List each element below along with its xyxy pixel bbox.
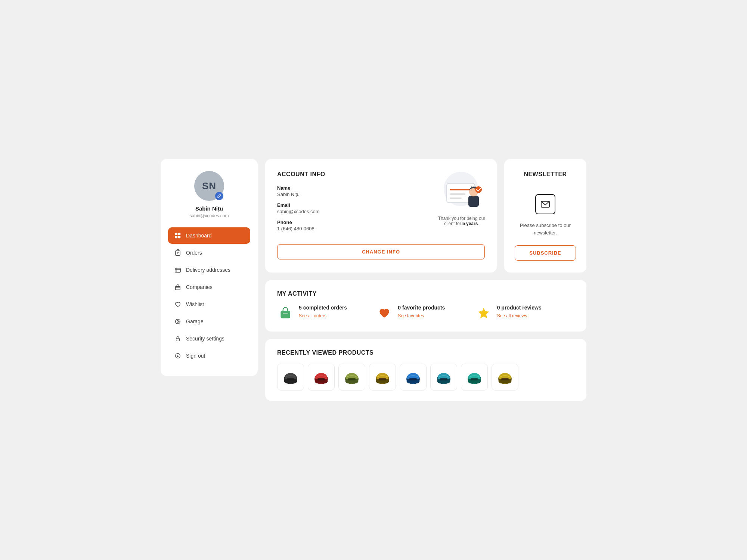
sidebar-label-orders: Orders <box>186 250 202 256</box>
svg-rect-10 <box>176 286 180 290</box>
lock-icon <box>174 335 182 342</box>
activity-item-favorites: 0 favorite products See favorites <box>376 305 475 321</box>
sidebar-label-companies: Companies <box>186 284 213 290</box>
star-icon <box>475 305 492 321</box>
user-email: sabin@xcodes.com <box>190 213 229 218</box>
nav-list: Dashboard Orders Delivery addr <box>168 227 250 364</box>
activity-item-reviews: 0 product reviews See all reviews <box>475 305 574 321</box>
product-thumb-2[interactable] <box>308 364 335 391</box>
svg-rect-1 <box>178 233 180 235</box>
dashboard-icon <box>174 232 182 239</box>
sidebar: SN Sabin Nițu sabin@xcodes.com Dashboard <box>161 159 258 376</box>
garage-icon <box>174 318 182 325</box>
orders-icon <box>174 249 182 256</box>
sidebar-label-garage: Garage <box>186 318 204 324</box>
svg-rect-0 <box>175 233 177 235</box>
top-row: ACCOUNT INFO <box>265 159 586 273</box>
svg-rect-29 <box>283 313 288 314</box>
sidebar-item-garage[interactable]: Garage <box>168 313 250 330</box>
favorites-count: 0 favorite products <box>398 305 445 311</box>
newsletter-title: NEWSLETTER <box>524 171 567 178</box>
account-illustration: Thank you for being our client for 5 yea… <box>436 167 488 211</box>
svg-rect-42 <box>379 378 386 380</box>
avatar-wrap: SN <box>194 171 224 201</box>
svg-point-26 <box>475 186 482 193</box>
sidebar-label-sign-out: Sign out <box>186 353 205 359</box>
sidebar-item-sign-out[interactable]: Sign out <box>168 348 250 364</box>
orders-count: 5 completed orders <box>299 305 347 311</box>
newsletter-card: NEWSLETTER Please subscribe to our newsl… <box>504 159 586 273</box>
main-content: ACCOUNT INFO <box>265 159 586 401</box>
sidebar-item-dashboard[interactable]: Dashboard <box>168 227 250 244</box>
see-all-reviews-link[interactable]: See all reviews <box>497 313 527 318</box>
svg-rect-48 <box>440 378 447 380</box>
activity-grid: 5 completed orders See all orders 0 favo… <box>277 305 574 321</box>
see-favorites-link[interactable]: See favorites <box>398 313 424 318</box>
product-thumb-1[interactable] <box>277 364 304 391</box>
change-info-button[interactable]: CHANGE INFO <box>277 244 485 259</box>
sidebar-label-dashboard: Dashboard <box>186 233 212 239</box>
page-wrapper: SN Sabin Nițu sabin@xcodes.com Dashboard <box>161 159 586 401</box>
svg-rect-36 <box>317 378 325 380</box>
activity-title: MY ACTIVITY <box>277 290 574 297</box>
companies-icon <box>174 283 182 291</box>
address-icon <box>174 266 182 274</box>
bag-icon <box>277 305 294 321</box>
svg-rect-28 <box>280 311 290 318</box>
account-info-card: ACCOUNT INFO <box>265 159 497 273</box>
svg-rect-4 <box>176 251 180 256</box>
products-grid <box>277 364 574 391</box>
svg-rect-7 <box>175 268 180 273</box>
sidebar-item-orders[interactable]: Orders <box>168 245 250 261</box>
sidebar-label-wishlist: Wishlist <box>186 301 204 307</box>
user-name: Sabin Nițu <box>195 205 223 212</box>
product-thumb-7[interactable] <box>461 364 488 391</box>
svg-rect-24 <box>468 196 479 207</box>
sidebar-item-security-settings[interactable]: Security settings <box>168 330 250 347</box>
svg-point-13 <box>177 321 179 323</box>
svg-rect-51 <box>471 378 478 380</box>
product-thumb-3[interactable] <box>338 364 365 391</box>
reviews-count: 0 product reviews <box>497 305 542 311</box>
sidebar-label-delivery-addresses: Delivery addresses <box>186 267 230 273</box>
signout-icon <box>174 352 182 360</box>
recently-viewed-title: RECENTLY VIEWED PRODUCTS <box>277 349 574 356</box>
svg-point-12 <box>176 319 180 324</box>
sidebar-item-companies[interactable]: Companies <box>168 279 250 295</box>
svg-rect-33 <box>287 378 294 380</box>
product-thumb-5[interactable] <box>400 364 427 391</box>
heart-icon <box>174 301 182 308</box>
recently-viewed-card: RECENTLY VIEWED PRODUCTS <box>265 339 586 401</box>
phone-value: 1 (646) 480-0608 <box>277 226 485 231</box>
sidebar-item-delivery-addresses[interactable]: Delivery addresses <box>168 262 250 278</box>
svg-rect-14 <box>176 338 180 341</box>
avatar-edit-button[interactable] <box>215 192 223 200</box>
svg-rect-45 <box>409 378 417 380</box>
subscribe-button[interactable]: SUBSCRIBE <box>515 245 576 261</box>
newsletter-description: Please subscribe to our newsletter. <box>515 222 576 236</box>
client-note: Thank you for being our client for 5 yea… <box>436 216 488 226</box>
product-thumb-8[interactable] <box>492 364 518 391</box>
sidebar-label-security-settings: Security settings <box>186 336 224 342</box>
see-all-orders-link[interactable]: See all orders <box>299 313 326 318</box>
email-icon <box>535 194 555 214</box>
svg-rect-54 <box>501 378 509 380</box>
sidebar-item-wishlist[interactable]: Wishlist <box>168 296 250 312</box>
svg-rect-2 <box>175 236 177 238</box>
heart-filled-icon <box>376 305 393 321</box>
svg-rect-3 <box>178 236 180 238</box>
activity-card: MY ACTIVITY 5 completed orders See all o… <box>265 280 586 332</box>
svg-rect-39 <box>348 378 356 380</box>
product-thumb-4[interactable] <box>369 364 396 391</box>
activity-item-orders: 5 completed orders See all orders <box>277 305 376 321</box>
svg-marker-30 <box>478 308 489 318</box>
product-thumb-6[interactable] <box>430 364 457 391</box>
